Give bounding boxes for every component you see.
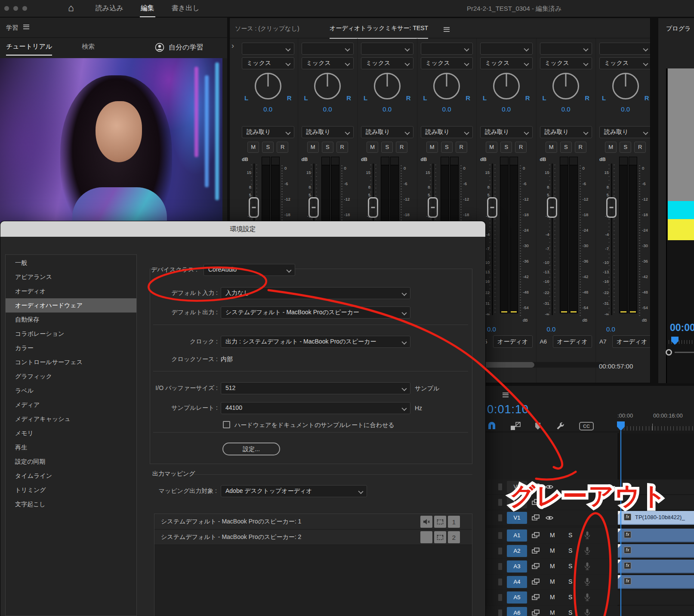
track-name-button[interactable]: オーディオ xyxy=(493,335,533,348)
fader-track[interactable] xyxy=(552,164,553,315)
sidebar-item[interactable]: 自動保存 xyxy=(6,313,136,327)
pan-knob[interactable] xyxy=(493,73,520,99)
timeline-settings-wrench-icon[interactable] xyxy=(555,421,565,431)
minimize-icon[interactable] xyxy=(13,6,18,11)
sidebar-item[interactable]: 再生 xyxy=(6,440,136,455)
default-output-dropdown[interactable]: システムデフォルト - MacBook Proのスピーカー xyxy=(221,306,410,319)
volume-fader-handle[interactable] xyxy=(606,197,617,218)
captions-icon[interactable]: CC xyxy=(579,422,594,430)
pan-knob[interactable] xyxy=(374,73,401,99)
voiceover-record-mic-icon-disabled[interactable] xyxy=(584,578,590,586)
sample-rate-dropdown[interactable]: 44100 xyxy=(221,402,410,414)
timeline-clip[interactable]: fx TP(1080-10bit422)_ xyxy=(618,511,694,525)
pan-knob[interactable] xyxy=(255,73,281,99)
input-assign-dropdown[interactable] xyxy=(421,43,473,55)
home-icon[interactable]: ⌂ xyxy=(65,2,77,14)
speaker-channel-button[interactable] xyxy=(420,516,432,528)
automation-mode-dropdown[interactable]: 読み取り xyxy=(599,126,651,138)
pan-value[interactable]: 0.0 xyxy=(421,105,473,113)
mute-button[interactable]: M xyxy=(367,142,378,153)
track-solo-button[interactable]: S xyxy=(568,547,572,554)
show-effects-chevron-icon[interactable]: › xyxy=(231,41,234,50)
pan-knob[interactable] xyxy=(314,73,341,99)
track-solo-button[interactable]: S xyxy=(568,532,572,539)
sidebar-item[interactable]: コントロールサーフェス xyxy=(6,355,136,369)
track-label[interactable]: A5 xyxy=(507,591,527,604)
track-label[interactable]: A6 xyxy=(507,607,527,616)
submix-dropdown[interactable]: ミックス xyxy=(540,57,592,69)
mute-button[interactable]: M xyxy=(307,142,319,153)
voiceover-record-mic-icon-disabled[interactable] xyxy=(584,562,590,570)
panel-menu-icon[interactable] xyxy=(23,23,29,30)
track-solo-button[interactable]: S xyxy=(568,563,572,570)
mute-button[interactable]: M xyxy=(605,142,617,153)
voiceover-record-mic-icon-disabled[interactable] xyxy=(584,609,590,616)
track-solo-button[interactable]: S xyxy=(568,609,572,616)
clock-dropdown[interactable]: 出力 : システムデフォルト - MacBook Proのスピーカー xyxy=(221,336,410,348)
solo-button[interactable]: S xyxy=(500,142,512,153)
track-name-button[interactable]: オーディオ xyxy=(553,335,592,348)
track-mute-button[interactable]: M xyxy=(550,532,555,539)
record-button[interactable]: R xyxy=(396,142,407,153)
submix-dropdown[interactable]: ミックス xyxy=(361,57,413,69)
my-learning-button[interactable]: 自分の学習 xyxy=(155,43,203,52)
io-buffer-dropdown[interactable]: 512 xyxy=(221,382,410,394)
record-button[interactable]: R xyxy=(575,142,586,153)
volume-fader-handle[interactable] xyxy=(249,197,259,218)
toggle-track-visibility-eye-icon[interactable] xyxy=(546,500,553,505)
track-output-icon[interactable] xyxy=(532,499,540,505)
pan-value[interactable]: 0.0 xyxy=(302,105,354,113)
settings-button[interactable]: 設定... xyxy=(222,443,280,455)
solo-button[interactable]: S xyxy=(322,142,333,153)
maximize-icon[interactable] xyxy=(22,6,27,11)
sidebar-item[interactable]: 文字起こし xyxy=(6,497,136,511)
snap-magnet-icon[interactable] xyxy=(487,422,497,430)
pan-value[interactable]: 0.0 xyxy=(361,105,413,113)
record-button[interactable]: R xyxy=(336,142,348,153)
marquee-map-button[interactable] xyxy=(434,516,446,528)
submix-dropdown[interactable]: ミックス xyxy=(242,57,294,69)
solo-button[interactable]: S xyxy=(381,142,393,153)
input-assign-dropdown[interactable] xyxy=(480,43,533,55)
device-class-dropdown[interactable]: CoreAudio xyxy=(204,264,295,276)
input-assign-dropdown[interactable] xyxy=(599,43,651,55)
pan-value[interactable]: 0.0 xyxy=(242,105,294,113)
panel-menu-icon[interactable] xyxy=(503,391,509,398)
volume-db-value[interactable]: 0.0 xyxy=(606,325,651,333)
timeline-timecode[interactable]: 0:01:10 xyxy=(487,403,529,416)
record-button[interactable]: R xyxy=(515,142,527,153)
voiceover-record-mic-icon-disabled[interactable] xyxy=(584,547,590,555)
fader-track[interactable] xyxy=(611,164,612,315)
tab-source-monitor[interactable]: ソース : (クリップなし) xyxy=(235,25,299,33)
volume-fader-handle[interactable] xyxy=(368,197,378,218)
submix-dropdown[interactable]: ミックス xyxy=(302,57,354,69)
submix-dropdown[interactable]: ミックス xyxy=(480,57,533,69)
volume-fader-handle[interactable] xyxy=(428,197,438,218)
record-button[interactable]: R xyxy=(634,142,646,153)
track-mute-button[interactable]: M xyxy=(550,547,555,554)
pan-value[interactable]: 0.0 xyxy=(540,105,592,113)
mute-button[interactable]: M xyxy=(486,142,497,153)
sidebar-item[interactable]: 設定の同期 xyxy=(6,455,136,469)
traffic-lights[interactable] xyxy=(4,6,27,11)
pan-knob[interactable] xyxy=(612,73,639,99)
sidebar-item[interactable]: グラフィック xyxy=(6,369,136,384)
track-solo-button[interactable]: S xyxy=(568,594,572,601)
toggle-track-visibility-eye-icon[interactable] xyxy=(546,484,553,489)
match-sample-rate-checkbox[interactable] xyxy=(223,421,230,428)
automation-mode-dropdown[interactable]: 読み取り xyxy=(540,126,592,138)
input-assign-dropdown[interactable] xyxy=(302,43,354,55)
panel-menu-icon[interactable] xyxy=(444,26,450,33)
sidebar-item[interactable]: カラー xyxy=(6,341,136,355)
add-marker-icon[interactable] xyxy=(534,422,541,430)
tab-program-monitor[interactable]: プログラ xyxy=(666,25,691,33)
input-assign-dropdown[interactable] xyxy=(540,43,592,55)
track-label[interactable]: V1 xyxy=(507,512,527,524)
timeline-clip[interactable]: fx xyxy=(618,544,694,558)
track-mute-button[interactable]: M xyxy=(550,594,555,601)
dialog-titlebar[interactable]: 環境設定 xyxy=(0,221,485,237)
automation-mode-dropdown[interactable]: 読み取り xyxy=(480,126,533,138)
track-output-icon[interactable] xyxy=(532,548,540,554)
volume-fader-handle[interactable] xyxy=(487,197,497,218)
automation-mode-dropdown[interactable]: 読み取り xyxy=(302,126,354,138)
